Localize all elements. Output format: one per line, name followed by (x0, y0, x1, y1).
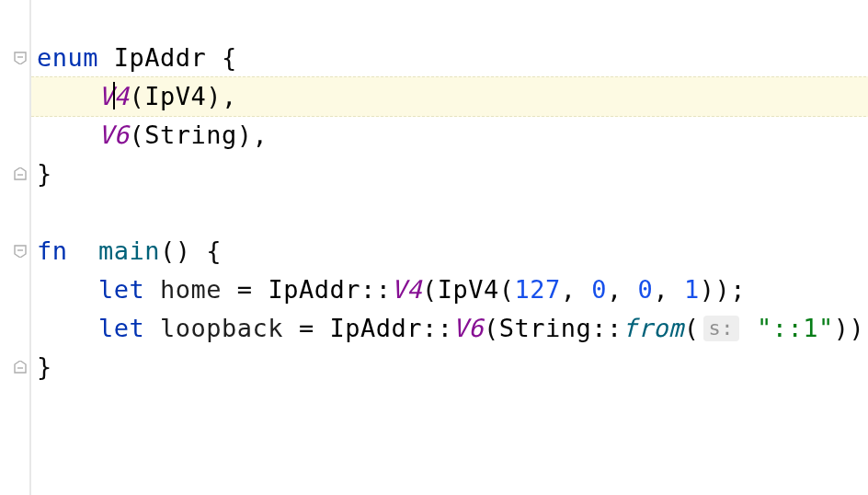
fold-open-icon[interactable] (13, 51, 28, 65)
brace: } (37, 352, 52, 381)
type-name: IpAddr (268, 275, 360, 304)
enum-variant: V (98, 82, 114, 110)
number: 127 (515, 275, 561, 304)
function-call: from (622, 314, 684, 342)
enum-variant: V6 (98, 121, 130, 149)
code-editor[interactable]: enum IpAddr { V4(IpV4), V6(String), } fn… (0, 0, 868, 495)
variable: home (160, 275, 222, 304)
keyword: enum (37, 43, 98, 72)
number: 0 (591, 275, 607, 304)
type-name: IpV4 (438, 275, 499, 304)
code-line[interactable]: V6(String), (31, 116, 868, 155)
variable: loopback (160, 314, 283, 342)
number: 1 (684, 275, 700, 304)
type-name: IpAddr (114, 43, 207, 72)
string-literal: "::1" (757, 314, 834, 342)
brace: { (206, 43, 237, 72)
type-name: IpV4 (144, 82, 206, 110)
code-line[interactable]: let loopback = IpAddr::V6(String::from(s… (31, 309, 868, 348)
type-name: String (499, 314, 592, 342)
fold-open-icon[interactable] (13, 244, 28, 259)
code-line[interactable]: let home = IpAddr::V4(IpV4(127, 0, 0, 1)… (31, 271, 868, 309)
code-line-active[interactable]: V4(IpV4), (31, 76, 868, 117)
keyword: let (98, 275, 144, 304)
code-line[interactable]: } (31, 348, 868, 386)
gutter (0, 0, 31, 495)
code-line[interactable]: } (31, 155, 868, 193)
number: 0 (638, 275, 654, 304)
fold-close-icon[interactable] (13, 167, 28, 181)
code-line[interactable]: enum IpAddr { (31, 39, 868, 77)
inlay-hint: s: (703, 316, 740, 341)
enum-variant: V6 (452, 314, 484, 342)
function-name: main (98, 236, 160, 265)
brace: } (37, 159, 52, 188)
code-area[interactable]: enum IpAddr { V4(IpV4), V6(String), } fn… (31, 0, 868, 495)
keyword: let (98, 314, 144, 342)
type-name: IpAddr (329, 314, 422, 342)
enum-variant: V4 (391, 275, 422, 304)
fold-close-icon[interactable] (13, 360, 28, 374)
keyword: fn (37, 236, 68, 265)
code-line[interactable]: fn main() { (31, 232, 868, 271)
enum-variant: 4 (114, 82, 130, 110)
type-name: String (144, 121, 237, 149)
code-line[interactable] (31, 193, 868, 232)
